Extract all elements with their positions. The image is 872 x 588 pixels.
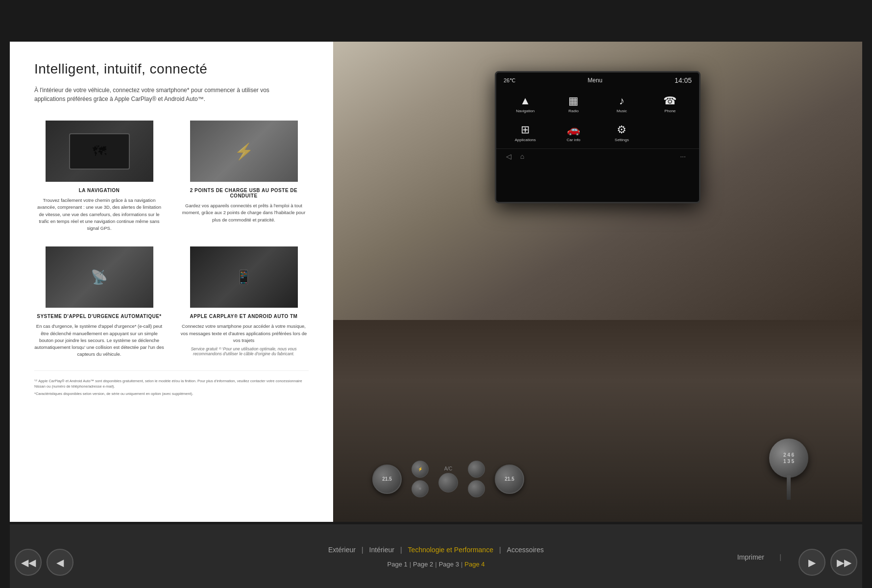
radio-label: Radio: [568, 109, 579, 113]
climate-temp-right: 21.5: [505, 476, 514, 482]
screen-menu: Menu: [588, 77, 603, 84]
first-icon: ◀◀: [21, 557, 36, 568]
feature-img-emergency: [46, 246, 153, 308]
features-grid: LA NAVIGATION Trouvez facilement votre c…: [34, 121, 309, 358]
infotainment-screen: 26℃ Menu 14:05 ▲ Navigation ▦ Radio ♪: [495, 71, 701, 203]
music-label: Music: [617, 109, 627, 113]
radio-icon: ▦: [568, 95, 579, 107]
footer-note-2: *Caractéristiques disponibles selon vers…: [34, 391, 309, 396]
right-panel: 26℃ Menu 14:05 ▲ Navigation ▦ Radio ♪: [333, 42, 862, 522]
ac-label: A/C: [444, 466, 453, 471]
gear-shift: 2 4 6 1 3 5: [764, 439, 813, 507]
screen-icon-music[interactable]: ♪ Music: [598, 91, 646, 117]
feature-note-carplay: Service gratuit ⁽¹⁾ Pour une utilisation…: [179, 346, 309, 356]
car-lower-area: 21.5 ⚡ ❄ A/C: [333, 320, 862, 522]
bottom-nav: Extérieur | Intérieur | Technologie et P…: [10, 524, 862, 588]
screen-menu-icon[interactable]: ···: [678, 151, 688, 161]
screen-back-button[interactable]: ◁: [504, 151, 513, 161]
screen-icon-navigation[interactable]: ▲ Navigation: [501, 91, 550, 117]
tab-technologie[interactable]: Technologie et Performance: [406, 545, 495, 555]
screen-icons-row2: ⊞ Applications 🚗 Car info ⚙ Settings: [496, 120, 699, 148]
climate-ac-dial[interactable]: [438, 473, 458, 492]
applications-label: Applications: [515, 138, 536, 142]
phone-icon: ☎: [663, 95, 677, 107]
feature-desc-emergency: En cas d'urgence, le système d'appel d'u…: [34, 323, 164, 358]
feature-emergency: SYSTEME D'APPEL D'URGENCE AUTOMATIQUE* E…: [34, 246, 164, 358]
nav-arrow-prev[interactable]: ◀: [47, 549, 73, 576]
climate-dial-left[interactable]: 21.5: [372, 465, 402, 494]
gear-knob: 2 4 6 1 3 5: [769, 439, 808, 478]
feature-navigation: LA NAVIGATION Trouvez facilement votre c…: [34, 121, 164, 232]
settings-icon: ⚙: [617, 123, 627, 136]
page-link-1[interactable]: Page 1: [388, 561, 408, 568]
screen-icons-row1: ▲ Navigation ▦ Radio ♪ Music ☎ Phone: [496, 88, 699, 120]
feature-img-usb: [190, 121, 298, 182]
footer-notes: ⁽¹⁾ Apple CarPlay® et Android Auto™ sont…: [34, 370, 309, 397]
screen-top-bar: 26℃ Menu 14:05: [496, 73, 699, 88]
tab-exterieur[interactable]: Extérieur: [326, 545, 358, 555]
feature-title-emergency: SYSTEME D'APPEL D'URGENCE AUTOMATIQUE*: [34, 314, 164, 319]
feature-title-usb: 2 POINTS DE CHARGE USB AU POSTE DE CONDU…: [179, 188, 309, 198]
feature-title-carplay: APPLE CARPLAY® ET ANDROID AUTO TM: [179, 314, 309, 319]
feature-img-navigation: [46, 121, 153, 182]
climate-controls: 21.5 ⚡ ❄ A/C: [372, 461, 524, 497]
tab-interieur[interactable]: Intérieur: [367, 545, 396, 555]
climate-btn-3[interactable]: [468, 461, 485, 478]
print-button[interactable]: Imprimer: [737, 553, 764, 561]
feature-desc-navigation: Trouvez facilement votre chemin grâce à …: [34, 197, 164, 232]
music-icon: ♪: [619, 95, 625, 107]
feature-img-carplay: [190, 246, 298, 308]
print-separator: |: [779, 553, 781, 561]
screen-icon-carinfo[interactable]: 🚗 Car info: [550, 120, 598, 146]
navigation-label: Navigation: [516, 109, 534, 113]
screen-icon-settings[interactable]: ⚙ Settings: [598, 120, 646, 146]
carinfo-label: Car info: [567, 138, 581, 142]
screen-time: 14:05: [675, 76, 692, 84]
gear-label: 2 4 6 1 3 5: [783, 452, 794, 465]
phone-label: Phone: [664, 109, 676, 113]
left-panel: Intelligent, intuitif, connecté À l'inté…: [10, 42, 333, 522]
screen-icon-empty: [646, 120, 695, 146]
climate-btn-1[interactable]: ⚡: [412, 461, 429, 478]
tab-accessoires[interactable]: Accessoires: [505, 545, 546, 555]
screen-temp: 26℃: [504, 77, 515, 84]
page-link-4[interactable]: Page 4: [464, 561, 484, 568]
feature-desc-usb: Gardez vos appareils connectés et prêts …: [179, 202, 309, 223]
prev-icon: ◀: [56, 557, 64, 568]
feature-carplay: APPLE CARPLAY® ET ANDROID AUTO TM Connec…: [179, 246, 309, 358]
screen-icon-phone[interactable]: ☎ Phone: [646, 91, 695, 117]
climate-btn-4[interactable]: [468, 480, 485, 497]
screen-icon-radio[interactable]: ▦ Radio: [550, 91, 598, 117]
nav-sep-2: |: [400, 546, 402, 554]
next-icon: ▶: [808, 557, 816, 568]
nav-sep-3: |: [499, 546, 501, 554]
climate-dial-right[interactable]: 21.5: [495, 465, 524, 494]
nav-arrow-first[interactable]: ◀◀: [15, 549, 42, 576]
climate-temp-left: 21.5: [382, 476, 391, 482]
page-sep-3: |: [461, 561, 462, 568]
feature-usb: 2 POINTS DE CHARGE USB AU POSTE DE CONDU…: [179, 121, 309, 232]
gear-stick: [787, 475, 791, 500]
applications-icon: ⊞: [521, 123, 530, 136]
screen-bottom-bar: ◁ ⌂ ···: [496, 148, 699, 164]
page-sep-1: |: [410, 561, 411, 568]
main-content: Intelligent, intuitif, connecté À l'inté…: [10, 42, 862, 522]
page-title: Intelligent, intuitif, connecté: [34, 61, 309, 77]
page-sep-2: |: [435, 561, 436, 568]
screen-icon-applications[interactable]: ⊞ Applications: [501, 120, 550, 146]
page-subtitle: À l'intérieur de votre véhicule, connect…: [34, 86, 299, 103]
last-icon: ▶▶: [837, 557, 851, 568]
screen-home-button[interactable]: ⌂: [517, 151, 527, 161]
feature-desc-carplay: Connectez votre smartphone pour accéder …: [179, 323, 309, 344]
nav-tabs: Extérieur | Intérieur | Technologie et P…: [326, 545, 546, 555]
page-link-2[interactable]: Page 2: [413, 561, 433, 568]
navigation-icon: ▲: [520, 95, 531, 107]
nav-pages: Page 1 | Page 2 | Page 3 | Page 4: [386, 561, 487, 568]
nav-arrow-next[interactable]: ▶: [799, 549, 825, 576]
nav-sep-1: |: [362, 546, 363, 554]
nav-arrow-last[interactable]: ▶▶: [830, 549, 857, 576]
climate-btn-2[interactable]: ❄: [412, 480, 429, 497]
page-link-3[interactable]: Page 3: [439, 561, 459, 568]
feature-title-navigation: LA NAVIGATION: [34, 188, 164, 193]
footer-note-1: ⁽¹⁾ Apple CarPlay® et Android Auto™ sont…: [34, 378, 309, 390]
